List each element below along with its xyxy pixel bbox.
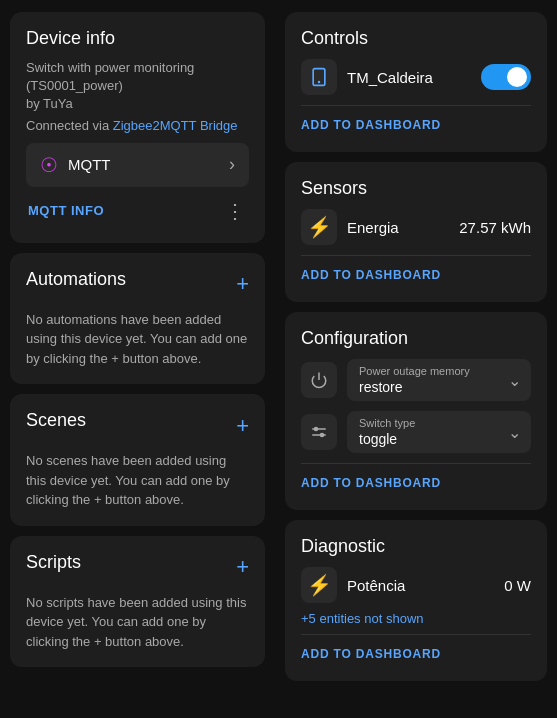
control-left: TM_Caldeira <box>301 59 433 95</box>
automations-card: Automations + No automations have been a… <box>10 253 265 385</box>
diagnostic-card: Diagnostic ⚡ Potência 0 W +5 entities no… <box>285 520 547 681</box>
switch-type-chevron-icon: ⌄ <box>508 423 521 442</box>
switch-type-value: toggle <box>359 431 519 447</box>
add-scene-button[interactable]: + <box>236 415 249 437</box>
power-outage-select[interactable]: Power outage memory restore ⌄ <box>347 359 531 401</box>
diagnostic-row: ⚡ Potência 0 W <box>301 567 531 603</box>
control-row: TM_Caldeira <box>301 59 531 95</box>
mqtt-left: ☉ MQTT <box>40 153 111 177</box>
diagnostic-left: ⚡ Potência <box>301 567 405 603</box>
diagnostic-add-dashboard-button[interactable]: ADD TO DASHBOARD <box>301 643 441 665</box>
device-info-title: Device info <box>26 28 249 49</box>
mqtt-icon: ☉ <box>40 153 58 177</box>
divider <box>301 105 531 106</box>
power-icon: ⚡ <box>301 567 337 603</box>
more-options-button[interactable]: ⋮ <box>225 199 247 223</box>
device-subtitle: Switch with power monitoring (TS0001_pow… <box>26 59 249 114</box>
svg-point-6 <box>321 434 324 437</box>
configuration-add-dashboard-button[interactable]: ADD TO DASHBOARD <box>301 472 441 494</box>
power-outage-label: Power outage memory <box>359 365 519 377</box>
zigbee-bridge-link[interactable]: Zigbee2MQTT Bridge <box>113 118 238 133</box>
device-icon <box>301 59 337 95</box>
scenes-description: No scenes have been added using this dev… <box>26 451 249 510</box>
sensor-left: ⚡ Energia <box>301 209 399 245</box>
toggle-switch[interactable] <box>481 64 531 90</box>
scenes-card: Scenes + No scenes have been added using… <box>10 394 265 526</box>
switch-type-icon <box>301 414 337 450</box>
divider <box>301 634 531 635</box>
configuration-card: Configuration Power outage memory restor… <box>285 312 547 510</box>
entities-not-shown-link[interactable]: +5 entities not shown <box>301 611 531 626</box>
sensors-add-dashboard-button[interactable]: ADD TO DASHBOARD <box>301 264 441 286</box>
scenes-header: Scenes + <box>26 410 249 441</box>
power-outage-icon <box>301 362 337 398</box>
scripts-description: No scripts have been added using this de… <box>26 593 249 652</box>
connected-via: Connected via Zigbee2MQTT Bridge <box>26 118 249 133</box>
automations-title: Automations <box>26 269 126 290</box>
power-outage-value: restore <box>359 379 519 395</box>
switch-type-label: Switch type <box>359 417 519 429</box>
configuration-title: Configuration <box>301 328 531 349</box>
scenes-title: Scenes <box>26 410 86 431</box>
svg-point-5 <box>315 428 318 431</box>
sensors-card: Sensors ⚡ Energia 27.57 kWh ADD TO DASHB… <box>285 162 547 302</box>
chevron-right-icon: › <box>229 154 235 175</box>
add-script-button[interactable]: + <box>236 556 249 578</box>
sensor-name: Energia <box>347 219 399 236</box>
right-column: Controls TM_Caldeira ADD TO DASHBOARD Se… <box>275 0 557 718</box>
automations-description: No automations have been added using thi… <box>26 310 249 369</box>
controls-card: Controls TM_Caldeira ADD TO DASHBOARD <box>285 12 547 152</box>
scripts-header: Scripts + <box>26 552 249 583</box>
sensor-row: ⚡ Energia 27.57 kWh <box>301 209 531 245</box>
diagnostic-title: Diagnostic <box>301 536 531 557</box>
left-column: Device info Switch with power monitoring… <box>0 0 275 718</box>
controls-add-dashboard-button[interactable]: ADD TO DASHBOARD <box>301 114 441 136</box>
sensors-title: Sensors <box>301 178 531 199</box>
device-name: TM_Caldeira <box>347 69 433 86</box>
scripts-card: Scripts + No scripts have been added usi… <box>10 536 265 668</box>
potencia-label: Potência <box>347 577 405 594</box>
power-outage-row: Power outage memory restore ⌄ <box>301 359 531 401</box>
add-automation-button[interactable]: + <box>236 273 249 295</box>
energy-icon: ⚡ <box>301 209 337 245</box>
divider <box>301 463 531 464</box>
device-info-card: Device info Switch with power monitoring… <box>10 12 265 243</box>
power-outage-chevron-icon: ⌄ <box>508 371 521 390</box>
mqtt-row: ☉ MQTT › <box>26 143 249 187</box>
toggle-slider <box>481 64 531 90</box>
automations-header: Automations + <box>26 269 249 300</box>
mqtt-info-button[interactable]: MQTT INFO <box>28 203 104 218</box>
mqtt-label: MQTT <box>68 156 111 173</box>
controls-title: Controls <box>301 28 531 49</box>
divider <box>301 255 531 256</box>
mqtt-info-row: MQTT INFO ⋮ <box>26 195 249 227</box>
scripts-title: Scripts <box>26 552 81 573</box>
switch-type-select[interactable]: Switch type toggle ⌄ <box>347 411 531 453</box>
sensor-value: 27.57 kWh <box>459 219 531 236</box>
switch-type-row: Switch type toggle ⌄ <box>301 411 531 453</box>
potencia-value: 0 W <box>504 577 531 594</box>
